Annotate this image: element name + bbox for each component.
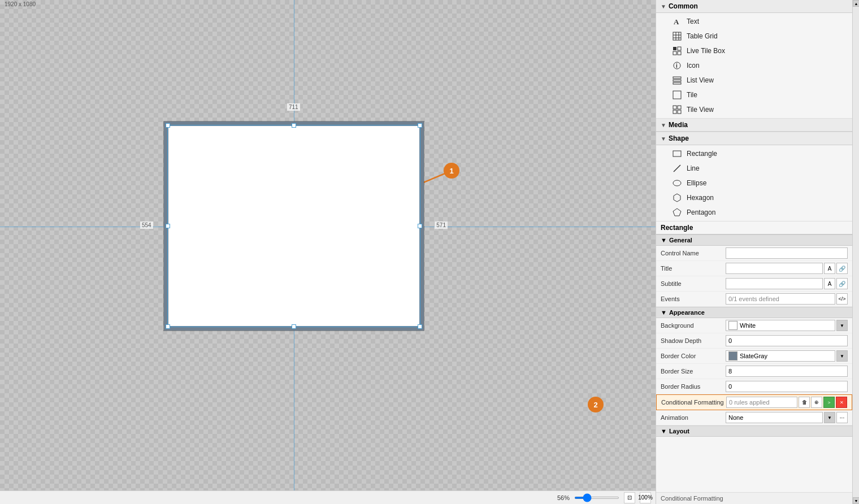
common-section: ▼ Common A Text — [656, 0, 852, 119]
svg-rect-8 — [673, 47, 676, 50]
animation-value[interactable]: None ▼ ··· — [726, 412, 848, 423]
events-edit-btn[interactable]: </> — [836, 293, 848, 305]
cond-green-btn[interactable]: > — [823, 397, 835, 408]
line-icon — [672, 163, 682, 173]
scroll-track — [853, 7, 859, 497]
shadow-depth-value[interactable] — [726, 335, 848, 346]
shadow-depth-input[interactable] — [726, 335, 848, 346]
svg-rect-15 — [673, 80, 681, 81]
control-name-input[interactable] — [726, 247, 848, 259]
svg-rect-3 — [673, 32, 681, 40]
zoom-slider[interactable] — [574, 497, 619, 499]
handle-top-right[interactable] — [418, 123, 422, 128]
svg-rect-16 — [673, 82, 681, 84]
cond-delete-btn[interactable]: 🗑 — [799, 397, 810, 408]
scroll-up-btn[interactable]: ▲ — [853, 0, 859, 7]
sidebar-item-tile[interactable]: Tile — [656, 88, 852, 102]
subtitle-value[interactable]: A 🔗 — [726, 278, 848, 289]
animation-more-btn[interactable]: ··· — [836, 412, 848, 423]
common-items-list: A Text — [656, 13, 852, 118]
dim-right: 571 — [435, 221, 448, 229]
svg-marker-25 — [674, 194, 680, 202]
title-input[interactable] — [726, 263, 823, 274]
border-color-select[interactable]: SlateGray — [726, 350, 835, 362]
border-size-row: Border Size — [656, 364, 852, 379]
appearance-section-header[interactable]: ▼ Appearance — [656, 307, 852, 318]
annotation-circle-2: 2 — [588, 397, 604, 412]
handle-middle-right[interactable] — [418, 224, 422, 228]
text-icon: A — [672, 16, 682, 27]
sidebar-item-table-grid[interactable]: Table Grid — [656, 29, 852, 44]
events-value: 0/1 events defined — [726, 293, 835, 305]
fit-button[interactable]: ⊡ — [624, 492, 635, 503]
background-select[interactable]: White — [726, 320, 835, 331]
sidebar-item-list-view[interactable]: List View — [656, 73, 852, 88]
dimension-label: 1920 x 1080 — [5, 1, 36, 7]
canvas-area[interactable]: 1920 x 1080 711 5 — [0, 0, 656, 504]
handle-bottom-center[interactable] — [292, 324, 296, 329]
svg-text:A: A — [674, 18, 679, 26]
animation-select[interactable]: None — [726, 412, 823, 423]
svg-rect-17 — [673, 91, 681, 99]
panel-scrollbar[interactable]: ▲ ▼ — [852, 0, 859, 504]
svg-rect-21 — [678, 110, 681, 114]
cond-copy-btn[interactable]: ⊕ — [811, 397, 822, 408]
handle-top-left[interactable] — [166, 123, 170, 128]
animation-label: Animation — [661, 414, 726, 421]
events-value-container[interactable]: 0/1 events defined </> — [726, 293, 848, 305]
handle-top-center[interactable] — [292, 123, 296, 128]
media-header[interactable]: ▼ Media — [656, 119, 852, 132]
live-tile-box-icon — [672, 46, 682, 56]
subtitle-format-btn[interactable]: A — [824, 278, 835, 289]
scroll-down-btn[interactable]: ▼ — [853, 497, 859, 504]
general-label: General — [669, 237, 692, 244]
svg-text:i: i — [676, 63, 678, 69]
svg-rect-9 — [678, 47, 681, 50]
cond-red-btn[interactable]: ✕ — [836, 397, 847, 408]
title-label: Title — [661, 265, 726, 272]
sidebar-item-tile-view[interactable]: Tile View — [656, 102, 852, 117]
title-link-btn[interactable]: 🔗 — [836, 263, 848, 274]
sidebar-item-ellipse[interactable]: Ellipse — [656, 176, 852, 190]
media-section: ▼ Media — [656, 119, 852, 132]
tile-label: Tile — [687, 91, 697, 99]
title-value[interactable]: A 🔗 — [726, 263, 848, 274]
background-dropdown-btn[interactable]: ▼ — [836, 320, 848, 331]
title-format-btn[interactable]: A — [824, 263, 835, 274]
border-radius-input[interactable] — [726, 381, 848, 392]
sidebar-item-icon[interactable]: i Icon — [656, 58, 852, 73]
events-label: Events — [661, 296, 726, 302]
border-color-label: Border Color — [661, 353, 726, 359]
sidebar-item-line[interactable]: Line — [656, 161, 852, 176]
common-header[interactable]: ▼ Common — [656, 0, 852, 13]
border-color-dropdown-btn[interactable]: ▼ — [836, 350, 848, 362]
handle-bottom-right[interactable] — [418, 324, 422, 329]
border-size-value[interactable] — [726, 366, 848, 377]
canvas-rectangle[interactable]: 711 554 571 — [164, 121, 424, 331]
subtitle-link-btn[interactable]: 🔗 — [836, 278, 848, 289]
background-label: Background — [661, 322, 726, 329]
handle-bottom-left[interactable] — [166, 324, 170, 329]
border-size-input[interactable] — [726, 366, 848, 377]
general-section-header[interactable]: ▼ General — [656, 234, 852, 246]
subtitle-input[interactable] — [726, 278, 823, 289]
sidebar-item-hexagon[interactable]: Hexagon — [656, 190, 852, 205]
hexagon-label: Hexagon — [687, 194, 714, 202]
icon-icon: i — [672, 60, 682, 71]
animation-dropdown-btn[interactable]: ▼ — [824, 412, 835, 423]
conditional-formatting-value[interactable]: 0 rules applied 🗑 ⊕ > ✕ — [726, 397, 847, 408]
sidebar-item-text[interactable]: A Text — [656, 14, 852, 29]
border-color-value[interactable]: SlateGray ▼ — [726, 350, 848, 362]
layout-collapse-icon: ▼ — [661, 428, 667, 435]
control-name-value[interactable] — [726, 247, 848, 259]
handle-middle-left[interactable] — [166, 224, 170, 228]
sidebar-item-live-tile-box[interactable]: Live Tile Box — [656, 44, 852, 58]
control-name-row: Control Name — [656, 246, 852, 261]
hundred-percent-button[interactable]: 100% — [640, 492, 651, 503]
border-radius-value[interactable] — [726, 381, 848, 392]
shape-header[interactable]: ▼ Shape — [656, 132, 852, 145]
sidebar-item-pentagon[interactable]: Pentagon — [656, 205, 852, 220]
sidebar-item-rectangle[interactable]: Rectangle — [656, 146, 852, 161]
background-value[interactable]: White ▼ — [726, 320, 848, 331]
layout-section-header[interactable]: ▼ Layout — [656, 425, 852, 437]
